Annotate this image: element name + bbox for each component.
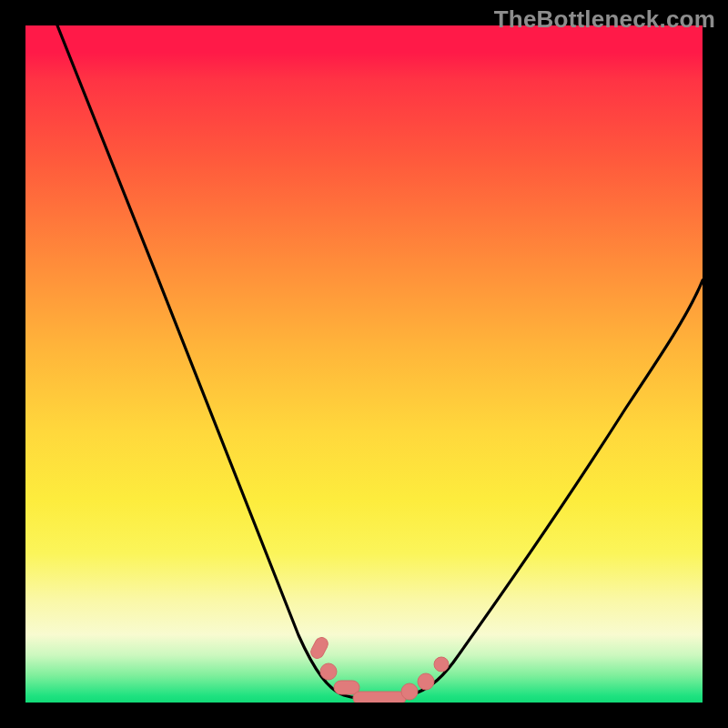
svg-point-5	[418, 673, 434, 690]
curve-layer	[25, 25, 703, 703]
svg-point-4	[401, 683, 418, 700]
plot-area	[25, 25, 703, 703]
svg-point-6	[434, 657, 449, 672]
svg-rect-3	[353, 692, 406, 703]
bottleneck-curve	[57, 25, 703, 700]
marker-cluster	[308, 635, 449, 703]
svg-rect-0	[308, 635, 330, 661]
watermark-text: TheBottleneck.com	[494, 5, 715, 34]
svg-point-1	[320, 663, 337, 680]
chart-frame: TheBottleneck.com	[0, 0, 728, 728]
svg-rect-2	[334, 681, 359, 694]
